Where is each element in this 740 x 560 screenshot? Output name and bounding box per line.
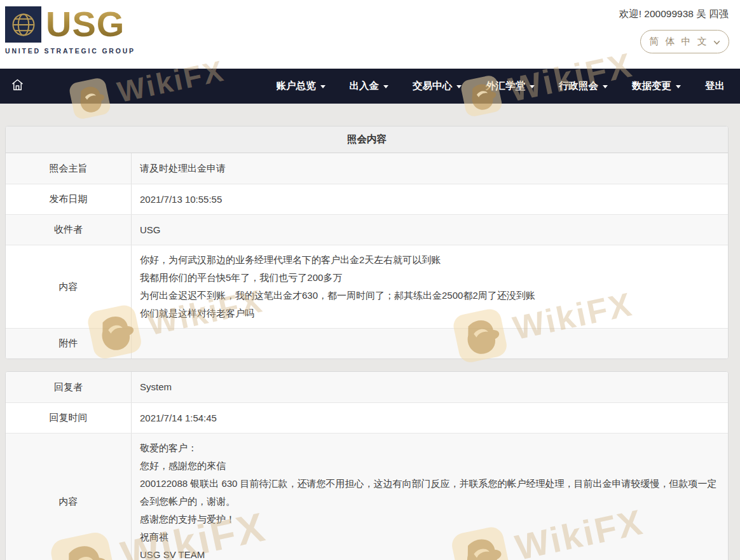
row-value: 请及时处理出金申请 <box>132 153 728 184</box>
chevron-down-icon <box>676 85 681 88</box>
top-header: USG UNITED STRATEGIC GROUP 欢迎! 200099938… <box>0 0 740 69</box>
brand-tagline: UNITED STRATEGIC GROUP <box>5 47 135 55</box>
row-label: 附件 <box>6 329 132 359</box>
home-icon <box>10 78 25 95</box>
table-row-recipient: 收件者 USG <box>6 214 728 245</box>
row-value: System <box>132 372 728 402</box>
row-value: 2021/7/13 10:55:55 <box>132 184 728 214</box>
chevron-down-icon <box>530 85 535 88</box>
table-row-replier: 回复者 System <box>6 372 728 402</box>
content-area: 照会内容 照会主旨 请及时处理出金申请 发布日期 2021/7/13 10:55… <box>5 126 729 560</box>
table-row-publish-date: 发布日期 2021/7/13 10:55:55 <box>6 184 728 214</box>
row-label: 内容 <box>6 245 132 328</box>
row-value: 2021/7/14 1:54:45 <box>132 403 728 433</box>
language-label: 简 体 中 文 <box>649 36 709 48</box>
row-value: USG <box>132 215 728 245</box>
chevron-down-icon <box>320 85 325 88</box>
table-row-reply-time: 回复时间 2021/7/14 1:54:45 <box>6 402 728 433</box>
nav-menu: 账户总览 出入金 交易中心 外汇学堂 行政照会 数据变更 登出 <box>277 79 740 93</box>
nav-item-forex-academy[interactable]: 外汇学堂 <box>486 79 535 93</box>
row-value <box>132 329 728 359</box>
chevron-down-icon <box>603 85 608 88</box>
nav-item-account-overview[interactable]: 账户总览 <box>277 79 325 93</box>
usg-logo: USG UNITED STRATEGIC GROUP <box>5 6 135 55</box>
globe-icon <box>5 6 41 43</box>
language-selector[interactable]: 简 体 中 文 <box>640 30 729 53</box>
usg-client-portal: USG UNITED STRATEGIC GROUP 欢迎! 200099938… <box>0 0 740 560</box>
nav-item-data-change[interactable]: 数据变更 <box>632 79 681 93</box>
reply-panel: 回复者 System 回复时间 2021/7/14 1:54:45 内容 敬爱的… <box>5 371 729 560</box>
row-label: 照会主旨 <box>6 153 132 184</box>
home-button[interactable] <box>10 79 25 94</box>
welcome-text: 欢迎! 200099938 吴 四强 <box>619 8 729 21</box>
nav-item-deposit-withdraw[interactable]: 出入金 <box>350 79 389 93</box>
row-label: 回复者 <box>6 372 132 402</box>
nav-item-trading-center[interactable]: 交易中心 <box>413 79 462 93</box>
row-value: 敬爱的客户： 您好，感謝您的來信 200122088 银联出 630 目前待汇款… <box>132 434 728 560</box>
chevron-down-icon <box>456 85 462 88</box>
table-row-subject: 照会主旨 请及时处理出金申请 <box>6 153 728 184</box>
chevron-down-icon <box>383 85 388 88</box>
row-label: 内容 <box>6 434 132 560</box>
brand-name: USG <box>46 6 125 43</box>
inquiry-panel: 照会内容 照会主旨 请及时处理出金申请 发布日期 2021/7/13 10:55… <box>5 126 729 359</box>
table-row-reply-content: 内容 敬爱的客户： 您好，感謝您的來信 200122088 银联出 630 目前… <box>6 433 728 560</box>
row-value: 你好，为何武汉那边的业务经理代理名下的客户出金2天左右就可以到账 我都用你们的平… <box>132 245 728 328</box>
row-label: 发布日期 <box>6 184 132 214</box>
table-row-message-content: 内容 你好，为何武汉那边的业务经理代理名下的客户出金2天左右就可以到账 我都用你… <box>6 245 728 328</box>
row-label: 回复时间 <box>6 403 132 433</box>
panel-title: 照会内容 <box>6 126 728 153</box>
nav-item-logout[interactable]: 登出 <box>705 79 725 93</box>
row-label: 收件者 <box>6 215 132 245</box>
main-navbar: 账户总览 出入金 交易中心 外汇学堂 行政照会 数据变更 登出 <box>0 69 740 104</box>
chevron-down-icon <box>713 36 720 47</box>
table-row-attachment: 附件 <box>6 328 728 359</box>
nav-item-admin-inquiry[interactable]: 行政照会 <box>559 79 608 93</box>
